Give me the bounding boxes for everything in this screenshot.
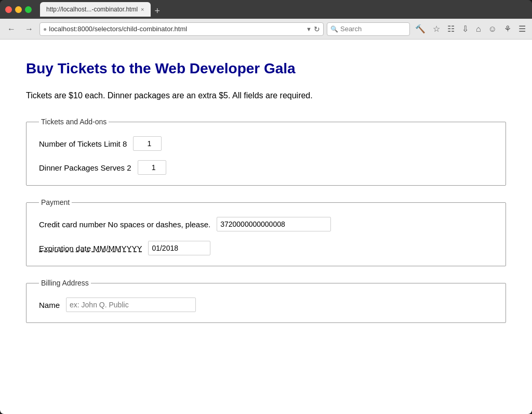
dinner-label: Dinner Packages Serves 2 bbox=[39, 163, 131, 172]
search-input[interactable] bbox=[340, 25, 406, 33]
tickets-label: Number of Tickets Limit 8 bbox=[39, 139, 127, 148]
lock-icon: ● bbox=[43, 25, 47, 33]
browser-window: http://localhost...-combinator.html × + … bbox=[0, 0, 532, 414]
refresh-button[interactable]: ↻ bbox=[314, 25, 320, 33]
bookmark-button[interactable]: ☆ bbox=[431, 23, 442, 35]
page-content: Buy Tickets to the Web Developer Gala Ti… bbox=[0, 40, 532, 414]
name-row: Name bbox=[39, 297, 493, 312]
cc-label: Credit card number No spaces or dashes, … bbox=[39, 220, 210, 229]
tickets-fieldset: Tickets and Add-ons Number of Tickets Li… bbox=[26, 118, 506, 186]
page-description: Tickets are $10 each. Dinner packages ar… bbox=[26, 89, 506, 102]
address-input[interactable] bbox=[49, 25, 304, 33]
cc-input[interactable] bbox=[217, 217, 331, 231]
dropdown-button[interactable]: ▼ bbox=[306, 26, 312, 32]
nav-bar: ← → ● ▼ ↻ 🔍 🔨 ☆ ☷ ⇩ ⌂ ☺ ⚘ ☰ bbox=[0, 19, 532, 40]
active-tab[interactable]: http://localhost...-combinator.html × bbox=[40, 2, 151, 17]
maximize-button[interactable] bbox=[25, 6, 32, 13]
search-icon: 🔍 bbox=[330, 25, 338, 33]
title-bar: http://localhost...-combinator.html × + bbox=[0, 0, 532, 19]
home-button[interactable]: ⌂ bbox=[474, 23, 483, 35]
name-input[interactable] bbox=[66, 297, 196, 312]
payment-fieldset: Payment Credit card number No spaces or … bbox=[26, 198, 506, 266]
page-title: Buy Tickets to the Web Developer Gala bbox=[26, 60, 506, 77]
forward-button[interactable]: → bbox=[22, 22, 36, 36]
tickets-legend: Tickets and Add-ons bbox=[39, 118, 109, 126]
profile-button[interactable]: ☺ bbox=[486, 23, 499, 35]
menu-button[interactable]: ☰ bbox=[516, 23, 528, 35]
expiry-input[interactable] bbox=[148, 241, 210, 255]
tab-label: http://localhost...-combinator.html bbox=[46, 6, 138, 13]
tools-button[interactable]: 🔨 bbox=[413, 23, 428, 35]
extensions-button[interactable]: ⚘ bbox=[502, 23, 513, 35]
traffic-lights bbox=[5, 6, 32, 13]
expiry-row: Expiration date MM/MMYYYY bbox=[39, 241, 493, 255]
billing-fieldset: Billing Address Name bbox=[26, 279, 506, 323]
nav-tools: 🔨 ☆ ☷ ⇩ ⌂ ☺ ⚘ ☰ bbox=[413, 23, 528, 35]
dinner-input[interactable] bbox=[138, 160, 166, 175]
new-tab-button[interactable]: + bbox=[152, 6, 164, 17]
tickets-input[interactable] bbox=[133, 136, 162, 151]
download-button[interactable]: ⇩ bbox=[460, 23, 471, 35]
payment-legend: Payment bbox=[39, 198, 72, 206]
expiry-label: Expiration date MM/MMYYYY bbox=[39, 244, 142, 253]
tab-close-icon[interactable]: × bbox=[141, 6, 144, 12]
address-bar-container: ● ▼ ↻ bbox=[39, 22, 324, 36]
dinner-row: Dinner Packages Serves 2 bbox=[39, 160, 493, 175]
back-button[interactable]: ← bbox=[4, 22, 19, 36]
tickets-row: Number of Tickets Limit 8 bbox=[39, 136, 493, 151]
search-bar-container: 🔍 bbox=[327, 22, 410, 36]
close-button[interactable] bbox=[5, 6, 12, 13]
tab-bar: http://localhost...-combinator.html × + bbox=[40, 2, 527, 17]
cc-row: Credit card number No spaces or dashes, … bbox=[39, 217, 493, 231]
billing-legend: Billing Address bbox=[39, 279, 91, 287]
reading-list-button[interactable]: ☷ bbox=[445, 23, 457, 35]
minimize-button[interactable] bbox=[15, 6, 22, 13]
name-label: Name bbox=[39, 301, 60, 309]
